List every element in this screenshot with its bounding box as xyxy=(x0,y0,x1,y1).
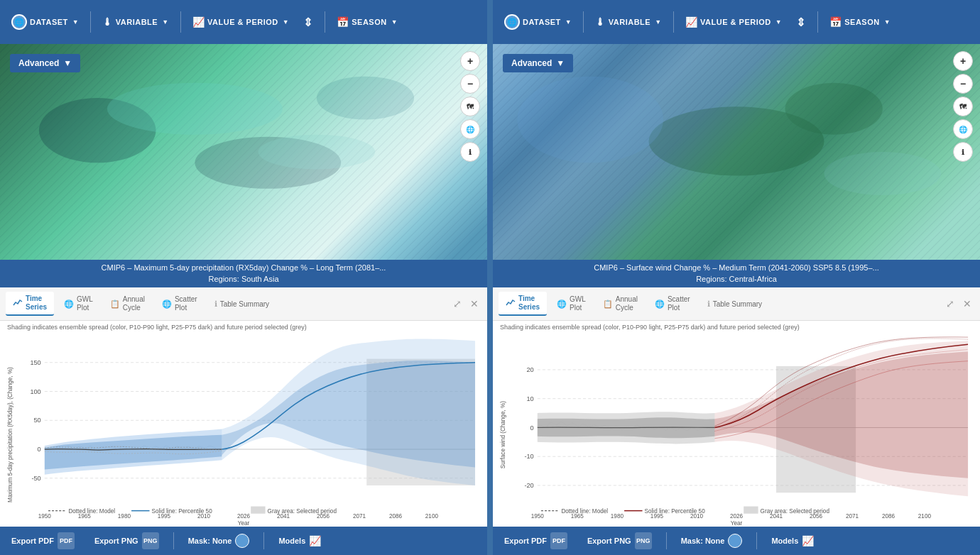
value-period-chevron-icon: ▼ xyxy=(283,18,289,26)
trend-icon: 📈 xyxy=(192,16,205,28)
svg-text:Dotted line: Model: Dotted line: Model xyxy=(68,508,115,515)
right-info-button[interactable]: ℹ xyxy=(953,142,973,162)
right-tab-scatter-plot[interactable]: 🌐 ScatterPlot xyxy=(648,292,697,315)
svg-rect-71 xyxy=(744,507,758,514)
left-models-button[interactable]: Models 📈 xyxy=(273,532,327,549)
left-panel: 🌐 DATASET ▼ 🌡 VARIABLE ▼ 📈 VALUE & PERIO… xyxy=(0,0,487,527)
right-info-icon: ℹ xyxy=(707,300,710,309)
right-value-period-chevron-icon: ▼ xyxy=(775,18,782,26)
right-annual-icon: 📋 xyxy=(603,300,613,309)
svg-text:2086: 2086 xyxy=(882,513,895,520)
svg-text:50: 50 xyxy=(34,417,41,424)
right-models-button[interactable]: Models 📈 xyxy=(766,532,820,549)
left-dataset-button[interactable]: 🌐 DATASET ▼ xyxy=(6,10,85,34)
svg-point-6 xyxy=(258,135,376,170)
svg-text:-10: -10 xyxy=(524,453,533,460)
right-tab-table-summary[interactable]: ℹ Table Summary xyxy=(700,297,769,312)
left-toolbar: 🌐 DATASET ▼ 🌡 VARIABLE ▼ 📈 VALUE & PERIO… xyxy=(0,0,487,44)
svg-text:2086: 2086 xyxy=(389,513,403,520)
left-chart-area: Shading indicates ensemble spread (color… xyxy=(0,321,487,527)
right-pdf-icon: PDF xyxy=(550,532,567,549)
left-map: Advanced ▼ + − 🗺 🌐 ℹ xyxy=(0,44,487,260)
left-expand-button[interactable]: ⇕ xyxy=(298,13,319,32)
left-tab-table-summary[interactable]: ℹ Table Summary xyxy=(207,297,276,312)
left-expand-chart-icon[interactable]: ⤢ xyxy=(450,297,464,311)
left-value-period-button[interactable]: 📈 VALUE & PERIOD ▼ xyxy=(187,12,295,32)
left-tab-scatter-plot[interactable]: 🌐 ScatterPlot xyxy=(155,292,205,315)
svg-point-40 xyxy=(785,83,883,135)
left-map-controls: + − 🗺 🌐 ℹ xyxy=(460,51,480,162)
models-icon: 📈 xyxy=(309,535,321,546)
bottom-sep1 xyxy=(173,532,174,549)
right-expand-chart-icon[interactable]: ⤢ xyxy=(943,297,957,311)
left-zoom-in-button[interactable]: + xyxy=(460,51,480,71)
variable-chevron-icon: ▼ xyxy=(162,18,168,26)
right-tab-gwl-plot[interactable]: 🌐 GWLPlot xyxy=(550,292,593,315)
left-export-png-button[interactable]: Export PNG PNG xyxy=(89,529,165,552)
svg-text:20: 20 xyxy=(527,366,534,373)
right-export-png-button[interactable]: Export PNG PNG xyxy=(582,529,658,552)
calendar-icon: 📅 xyxy=(337,16,349,28)
svg-text:0: 0 xyxy=(38,446,41,453)
left-variable-button[interactable]: 🌡 VARIABLE ▼ xyxy=(97,12,174,32)
left-hatch-overlay xyxy=(0,44,487,260)
right-layers-button[interactable]: 🗺 xyxy=(953,97,973,116)
svg-text:Year: Year xyxy=(731,520,743,525)
left-tab-gwl-plot[interactable]: 🌐 GWLPlot xyxy=(57,292,100,315)
sep3 xyxy=(325,11,325,33)
left-export-pdf-button[interactable]: Export PDF PDF xyxy=(6,529,80,552)
svg-text:-50: -50 xyxy=(31,475,40,482)
svg-text:2100: 2100 xyxy=(918,513,932,520)
time-series-icon xyxy=(13,298,23,308)
thermometer-icon: 🌡 xyxy=(102,16,113,28)
svg-text:2071: 2071 xyxy=(846,513,859,520)
info-icon: ℹ xyxy=(214,300,217,309)
right-variable-button[interactable]: 🌡 VARIABLE ▼ xyxy=(589,12,667,32)
right-time-series-icon xyxy=(506,298,516,308)
right-advanced-button[interactable]: Advanced ▼ xyxy=(503,54,573,72)
right-mask-button[interactable]: Mask: None xyxy=(675,531,748,551)
right-export-pdf-button[interactable]: Export PDF PDF xyxy=(499,529,573,552)
left-chart-svg: Maximum 5-day precipitation (RX5day), (C… xyxy=(0,334,487,525)
svg-point-5 xyxy=(107,83,283,135)
left-close-chart-icon[interactable]: ✕ xyxy=(467,297,481,311)
right-globe-button[interactable]: 🌐 xyxy=(953,119,973,139)
left-mask-button[interactable]: Mask: None xyxy=(183,531,256,551)
right-season-button[interactable]: 📅 SEASON ▼ xyxy=(824,12,896,32)
svg-text:2071: 2071 xyxy=(353,513,366,520)
left-info-button[interactable]: ℹ xyxy=(460,142,480,162)
svg-text:2026: 2026 xyxy=(730,513,744,520)
right-models-icon: 📈 xyxy=(802,535,814,546)
left-advanced-button[interactable]: Advanced ▼ xyxy=(10,54,80,72)
bottom-sep4 xyxy=(756,532,757,549)
right-expand-button[interactable]: ⇕ xyxy=(790,13,812,32)
svg-text:2100: 2100 xyxy=(425,513,439,520)
right-map: Advanced ▼ + − 🗺 🌐 ℹ xyxy=(493,44,980,260)
left-tab-time-series[interactable]: TimeSeries xyxy=(6,292,54,316)
globe-icon: 🌐 xyxy=(11,14,27,30)
left-globe-button[interactable]: 🌐 xyxy=(460,119,480,139)
right-zoom-in-button[interactable]: + xyxy=(953,51,973,71)
svg-text:Dotted line: Model: Dotted line: Model xyxy=(561,508,608,515)
left-tab-annual-cycle[interactable]: 📋 AnnualCycle xyxy=(103,292,152,315)
sep6 xyxy=(817,11,818,33)
right-value-period-button[interactable]: 📈 VALUE & PERIOD ▼ xyxy=(680,12,788,32)
pdf-icon: PDF xyxy=(58,532,75,549)
left-layers-button[interactable]: 🗺 xyxy=(460,97,480,116)
svg-point-42 xyxy=(824,152,941,195)
svg-text:-20: -20 xyxy=(524,482,533,489)
svg-text:Year: Year xyxy=(238,520,250,525)
right-dataset-button[interactable]: 🌐 DATASET ▼ xyxy=(499,10,577,34)
left-season-button[interactable]: 📅 SEASON ▼ xyxy=(331,12,403,32)
trend-icon-right: 📈 xyxy=(685,16,698,28)
right-chart-area: Shading indicates ensemble spread (color… xyxy=(493,321,980,527)
left-bottom-bar: Export PDF PDF Export PNG PNG Mask: None… xyxy=(0,527,487,555)
left-chart-panel: TimeSeries 🌐 GWLPlot 📋 AnnualCycle 🌐 Sca… xyxy=(0,287,487,527)
sep4 xyxy=(583,11,584,33)
right-close-chart-icon[interactable]: ✕ xyxy=(960,297,974,311)
left-zoom-out-button[interactable]: − xyxy=(460,74,480,94)
left-chart-tabs: TimeSeries 🌐 GWLPlot 📋 AnnualCycle 🌐 Sca… xyxy=(0,287,487,321)
right-zoom-out-button[interactable]: − xyxy=(953,74,973,94)
right-tab-time-series[interactable]: TimeSeries xyxy=(499,292,547,316)
right-tab-annual-cycle[interactable]: 📋 AnnualCycle xyxy=(596,292,645,315)
